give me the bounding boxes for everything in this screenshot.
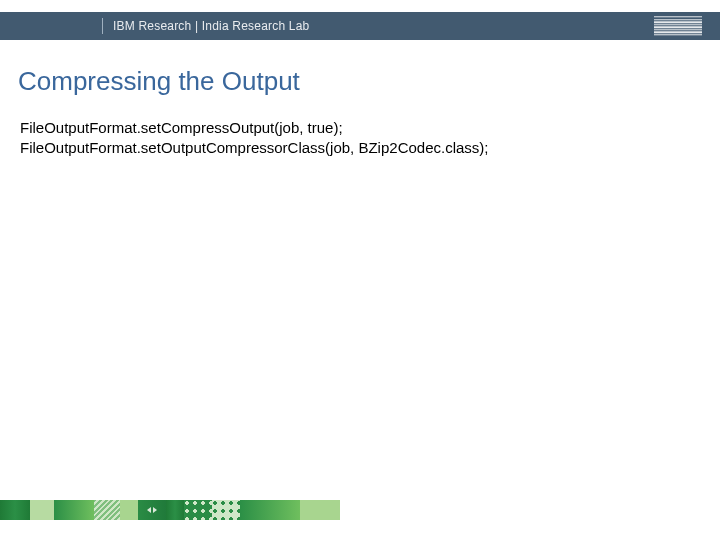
slide: IBM Research | India Research Lab Compre… <box>0 0 720 540</box>
slide-header: IBM Research | India Research Lab <box>0 12 720 40</box>
footer-decoration <box>0 500 720 520</box>
code-block: FileOutputFormat.setCompressOutput(job, … <box>20 118 489 158</box>
header-divider <box>102 18 103 34</box>
code-line-1: FileOutputFormat.setCompressOutput(job, … <box>20 119 343 136</box>
code-line-2: FileOutputFormat.setOutputCompressorClas… <box>20 139 489 156</box>
ibm-logo-icon <box>654 16 702 35</box>
header-text: IBM Research | India Research Lab <box>113 19 309 33</box>
slide-title: Compressing the Output <box>18 66 300 97</box>
